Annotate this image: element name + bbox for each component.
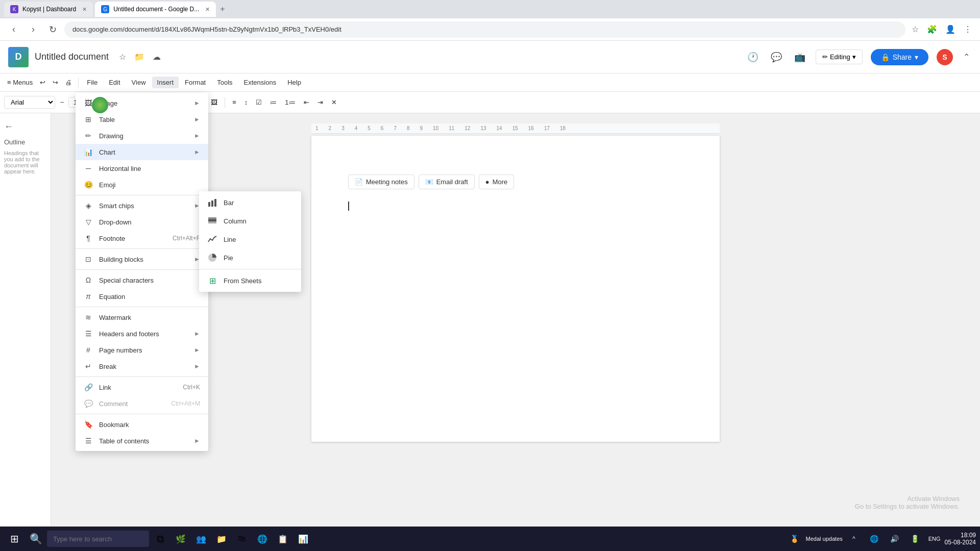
cloud-save-icon[interactable]: ☁	[151, 50, 163, 64]
taskbar-search-icon[interactable]: 🔍	[27, 530, 45, 548]
font-size-decrease[interactable]: −	[57, 96, 67, 108]
comment-shortcut: Ctrl+Alt+M	[171, 400, 200, 407]
insert-horizontal-line-item[interactable]: — Horizontal line	[76, 160, 208, 177]
insert-break-item[interactable]: ↵ Break ►	[76, 358, 208, 374]
insert-footnote-item[interactable]: ¶ Footnote Ctrl+Alt+F	[76, 230, 208, 246]
insert-bookmark-item[interactable]: 🔖 Bookmark	[76, 416, 208, 433]
menu-extensions[interactable]: Extensions	[239, 77, 282, 88]
align-button[interactable]: ≡	[229, 96, 239, 108]
star-icon[interactable]: ☆	[117, 50, 128, 64]
taskbar-medal-icon[interactable]: 🏅	[786, 530, 804, 548]
back-button[interactable]: ‹	[6, 22, 21, 37]
insert-building-blocks-item[interactable]: ⊡ Building blocks ►	[76, 251, 208, 267]
tab2-close[interactable]: ✕	[205, 6, 210, 13]
insert-chart-item[interactable]: 📊 Chart ►	[76, 144, 208, 160]
insert-toc-item[interactable]: ☰ Table of contents ►	[76, 433, 208, 449]
taskbar-sound-icon[interactable]: 🔊	[886, 530, 904, 548]
font-selector[interactable]: Arial	[4, 96, 55, 109]
menu-edit[interactable]: Edit	[104, 77, 125, 88]
menu-tools[interactable]: Tools	[212, 77, 237, 88]
bullet-list-button[interactable]: ≔	[267, 96, 280, 108]
taskbar-datetime[interactable]: 18:09 05-08-2024	[945, 532, 976, 546]
editing-button[interactable]: ✏ Editing ▾	[816, 49, 863, 64]
chevron-up-icon[interactable]: ⌃	[961, 50, 972, 64]
chart-column-item[interactable]: Column	[199, 212, 301, 230]
address-bar[interactable]	[64, 21, 905, 38]
forward-button[interactable]: ›	[26, 22, 41, 37]
present-icon[interactable]: 📺	[792, 49, 807, 65]
editing-chevron-icon: ▾	[852, 53, 856, 61]
clear-format-button[interactable]: ✕	[328, 96, 340, 108]
indent-less-button[interactable]: ⇤	[301, 96, 312, 108]
insert-headers-footers-item[interactable]: ☰ Headers and footers ►	[76, 325, 208, 342]
checklist-button[interactable]: ☑	[253, 96, 265, 108]
insert-watermark-item[interactable]: ≋ Watermark	[76, 309, 208, 325]
browser-tab-1[interactable]: K Kopyst | Dashboard ✕	[4, 2, 93, 17]
indent-more-button[interactable]: ⇥	[314, 96, 326, 108]
taskbar-task-view-icon[interactable]: ⧉	[151, 530, 169, 548]
taskbar-store-icon[interactable]: 🛍	[233, 530, 251, 548]
more-templates-button[interactable]: ● More	[479, 174, 514, 189]
taskbar-chevron-icon[interactable]: ^	[845, 530, 863, 548]
reload-button[interactable]: ↻	[45, 22, 60, 37]
redo-button[interactable]: ↪	[50, 77, 61, 88]
start-button[interactable]: ⊞	[4, 529, 24, 549]
insert-dropdown-item[interactable]: ▽ Drop-down	[76, 214, 208, 230]
bookmark-star-icon[interactable]: ☆	[910, 22, 921, 36]
chart-pie-item[interactable]: Pie	[199, 248, 301, 267]
menu-insert[interactable]: Insert	[152, 77, 179, 88]
emoji-menu-label: Emoji	[99, 181, 200, 189]
taskbar-sheets-icon[interactable]: 📊	[294, 530, 312, 548]
svg-rect-4	[208, 217, 216, 219]
tab1-close[interactable]: ✕	[82, 6, 87, 13]
insert-smart-chips-item[interactable]: ◈ Smart chips ►	[76, 197, 208, 214]
insert-comment-item[interactable]: 💬 Comment Ctrl+Alt+M	[76, 395, 208, 412]
insert-page-numbers-item[interactable]: # Page numbers ►	[76, 342, 208, 358]
line-spacing-button[interactable]: ↕	[241, 96, 251, 108]
taskbar-network-icon[interactable]: 🌐	[865, 530, 884, 548]
taskbar-teams-icon[interactable]: 👥	[192, 530, 210, 548]
sidebar-back-button[interactable]: ←	[4, 121, 13, 132]
menu-file[interactable]: File	[82, 77, 103, 88]
menu-view[interactable]: View	[127, 77, 151, 88]
taskbar-search-input[interactable]	[47, 531, 149, 547]
share-button[interactable]: 🔒 Share ▾	[871, 49, 928, 65]
divider-3	[76, 269, 208, 270]
print-button[interactable]: 🖨	[62, 77, 75, 88]
menu-format[interactable]: Format	[180, 77, 211, 88]
insert-drawing-item[interactable]: ✏ Drawing ►	[76, 128, 208, 144]
undo-button[interactable]: ↩	[37, 77, 48, 88]
doc-page: 📄 Meeting notes 📧 Email draft ● More	[311, 136, 720, 442]
insert-emoji-item[interactable]: 😊 Emoji	[76, 177, 208, 193]
doc-title: Untitled document	[35, 52, 109, 62]
new-tab-button[interactable]: +	[218, 5, 227, 14]
menu-help[interactable]: Help	[282, 77, 306, 88]
taskbar-chrome-icon[interactable]: 🌐	[253, 530, 272, 548]
insert-link-item[interactable]: 🔗 Link Ctrl+K	[76, 379, 208, 395]
taskbar-docs-icon[interactable]: 📋	[274, 530, 292, 548]
avatar[interactable]: S	[937, 49, 953, 65]
extensions-icon[interactable]: 🧩	[925, 22, 939, 36]
history-icon[interactable]: 🕐	[745, 49, 761, 65]
email-draft-button[interactable]: 📧 Email draft	[419, 174, 475, 189]
insert-equation-item[interactable]: π Equation	[76, 288, 208, 305]
folder-icon[interactable]: 📁	[132, 50, 146, 64]
taskbar-battery-icon[interactable]: 🔋	[906, 530, 924, 548]
chart-line-item[interactable]: Line	[199, 230, 301, 248]
chart-bar-item[interactable]: Bar	[199, 193, 301, 212]
chart-from-sheets-item[interactable]: ⊞ From Sheets	[199, 271, 301, 290]
profile-icon[interactable]: 👤	[943, 22, 958, 36]
settings-icon[interactable]: ⋮	[962, 22, 974, 36]
meeting-notes-button[interactable]: 📄 Meeting notes	[348, 174, 414, 189]
drawing-arrow-icon: ►	[194, 132, 200, 139]
image-button[interactable]: 🖼	[208, 96, 220, 108]
browser-tab-2[interactable]: G Untitled document - Google D... ✕	[95, 2, 216, 17]
chat-icon[interactable]: 💬	[769, 49, 784, 65]
insert-table-item[interactable]: ⊞ Table ►	[76, 111, 208, 128]
menus-button[interactable]: ≡ Menus	[4, 77, 36, 88]
insert-special-chars-item[interactable]: Ω Special characters	[76, 272, 208, 288]
numbered-list-button[interactable]: 1≔	[282, 96, 298, 108]
taskbar-widgets-icon[interactable]: 🌿	[172, 530, 190, 548]
taskbar-explorer-icon[interactable]: 📁	[212, 530, 231, 548]
drawing-menu-icon: ✏	[84, 131, 93, 140]
